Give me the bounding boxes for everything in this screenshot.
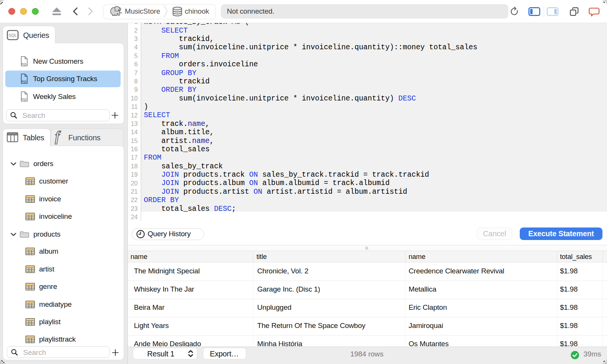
svg-text:SQL: SQL xyxy=(9,33,17,38)
svg-text:SQL: SQL xyxy=(21,80,27,83)
svg-text:SQL: SQL xyxy=(21,62,27,66)
svg-text:SQL: SQL xyxy=(21,97,27,101)
